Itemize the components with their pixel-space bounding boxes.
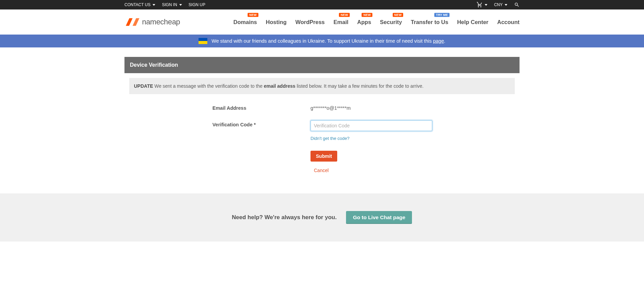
logo-text: namecheap [142,18,180,26]
chevron-down-icon [505,4,507,6]
header: namecheap Domains NEW Hosting WordPress … [0,9,644,35]
chevron-down-icon [153,4,155,6]
currency-label: CNY [494,2,503,7]
nav-transfer-label: Transfer to Us [411,19,448,25]
email-label: Email Address [212,104,310,111]
chevron-down-icon [485,4,487,6]
main-nav: Domains NEW Hosting WordPress Email NEW … [233,19,520,25]
nav-email[interactable]: Email NEW [334,19,348,25]
nav-help-center[interactable]: Help Center [457,19,488,25]
logo[interactable]: namecheap [124,17,180,27]
nav-security[interactable]: Security NEW [380,19,402,25]
nav-wordpress-label: WordPress [295,19,325,25]
logo-icon [124,17,141,27]
nav-account[interactable]: Account [497,19,520,25]
nav-apps-label: Apps [357,19,371,25]
update-email-bold: email address [264,83,295,89]
badge-new: NEW [362,13,372,17]
top-bar: CONTACT US SIGN IN SIGN UP CNY [0,0,644,9]
badge-try-me: TRY ME [434,13,450,17]
update-notice: UPDATE We sent a message with the verifi… [129,78,515,94]
nav-wordpress[interactable]: WordPress [295,19,325,25]
nav-transfer[interactable]: Transfer to Us TRY ME [411,19,448,25]
banner-page-link[interactable]: page [433,38,444,44]
panel-title: Device Verification [124,57,520,73]
update-label: UPDATE [134,83,153,89]
badge-new: NEW [248,13,258,17]
chevron-down-icon [179,4,182,6]
sign-up-label: SIGN UP [189,2,205,7]
ukraine-flag-icon [199,38,207,44]
contact-us-menu[interactable]: CONTACT US [124,2,155,7]
nav-domains[interactable]: Domains NEW [233,19,257,25]
badge-new: NEW [393,13,404,17]
nav-apps[interactable]: Apps NEW [357,19,371,25]
nav-account-label: Account [497,19,520,25]
submit-button[interactable]: Submit [310,151,337,162]
badge-new: NEW [339,13,350,17]
ukraine-banner: We stand with our friends and colleagues… [0,35,644,47]
sign-in-menu[interactable]: SIGN IN [162,2,182,7]
cart-button[interactable] [477,2,487,8]
live-chat-button[interactable]: Go to Live Chat page [346,211,412,224]
nav-email-label: Email [334,19,348,25]
sign-up-link[interactable]: SIGN UP [189,2,205,7]
currency-menu[interactable]: CNY [494,2,507,7]
code-label: Verification Code * [212,120,310,141]
search-icon [514,2,520,7]
email-value: g*******o@1*****m [310,104,432,111]
cancel-link[interactable]: Cancel [314,168,329,173]
nav-hosting-label: Hosting [266,19,286,25]
nav-domains-label: Domains [233,19,257,25]
footer-help: Need help? We're always here for you. Go… [0,193,644,242]
page-content: Device Verification UPDATE We sent a mes… [124,57,520,173]
nav-hosting[interactable]: Hosting [266,19,286,25]
nav-help-label: Help Center [457,19,488,25]
sign-in-label: SIGN IN [162,2,177,7]
verification-code-input[interactable] [310,120,432,131]
footer-help-text: Need help? We're always here for you. [232,214,337,221]
banner-text: We stand with our friends and colleagues… [211,38,445,44]
contact-us-label: CONTACT US [124,2,151,7]
verification-form: Email Address g*******o@1*****m Verifica… [124,94,520,173]
cart-icon [477,2,483,8]
search-button[interactable] [514,2,520,7]
nav-security-label: Security [380,19,402,25]
resend-code-link[interactable]: Didn't get the code? [310,136,349,141]
